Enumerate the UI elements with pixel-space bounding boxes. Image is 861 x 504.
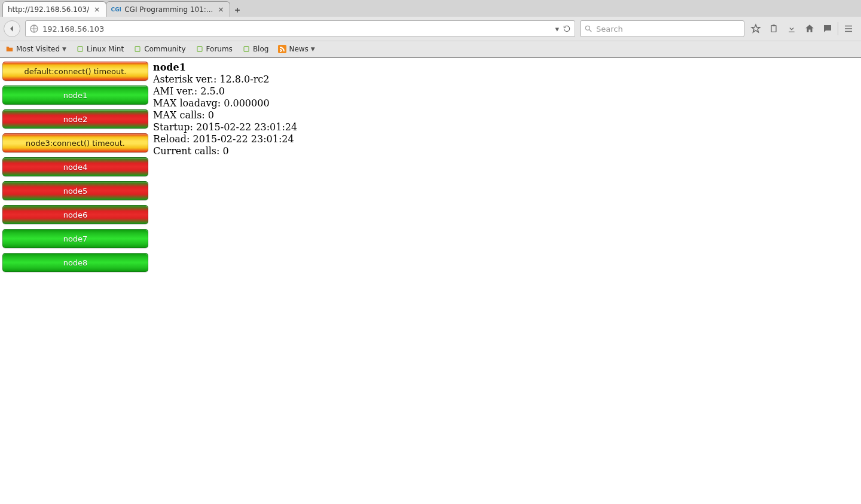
tab-strip: http://192.168.56.103/ × CGI CGI Program… bbox=[0, 0, 861, 17]
toolbar-divider bbox=[838, 22, 838, 35]
navigation-bar: 192.168.56.103 ▾ Search bbox=[0, 17, 861, 41]
url-right-icons: ▾ bbox=[555, 25, 571, 33]
svg-rect-7 bbox=[197, 47, 202, 52]
bookmark-news[interactable]: News ▼ bbox=[276, 44, 316, 54]
svg-rect-4 bbox=[773, 25, 775, 26]
back-button[interactable] bbox=[4, 20, 20, 37]
chat-button[interactable] bbox=[819, 20, 836, 37]
close-icon[interactable]: × bbox=[216, 5, 225, 14]
bookmark-label: Blog bbox=[253, 45, 269, 53]
node-label: node5 bbox=[63, 187, 88, 196]
info-asterisk: Asterisk ver.: 12.8.0-rc2 bbox=[153, 74, 297, 85]
node-label: node3:connect() timeout. bbox=[26, 139, 125, 148]
page-icon bbox=[76, 45, 84, 53]
rss-icon bbox=[278, 45, 286, 53]
node-button-node6[interactable]: node6 bbox=[2, 205, 148, 224]
node-button-node2[interactable]: node2 bbox=[2, 109, 148, 129]
node-button-node3[interactable]: node3:connect() timeout. bbox=[2, 133, 148, 152]
url-text: 192.168.56.103 bbox=[42, 25, 551, 33]
svg-rect-8 bbox=[244, 47, 249, 52]
folder-icon bbox=[5, 45, 14, 53]
favicon-icon: CGI bbox=[111, 5, 121, 14]
tab-label: http://192.168.56.103/ bbox=[8, 5, 89, 14]
new-tab-button[interactable]: ＋ bbox=[230, 4, 244, 17]
close-icon[interactable]: × bbox=[93, 5, 101, 14]
bookmark-star-button[interactable] bbox=[747, 20, 765, 37]
tab-label: CGI Programming 101:... bbox=[124, 5, 213, 14]
info-maxcalls: MAX calls: 0 bbox=[153, 109, 297, 121]
bookmark-label: Community bbox=[144, 45, 185, 53]
arrow-left-icon bbox=[8, 25, 16, 33]
bookmark-forums[interactable]: Forums bbox=[194, 44, 234, 54]
info-reload: Reload: 2015-02-22 23:01:24 bbox=[153, 133, 297, 145]
toolbar-icons bbox=[747, 20, 857, 37]
node-button-node1[interactable]: node1 bbox=[2, 85, 148, 105]
tab-1[interactable]: CGI CGI Programming 101:... × bbox=[106, 1, 230, 17]
bookmark-linux-mint[interactable]: Linux Mint bbox=[74, 44, 126, 54]
node-label: node1 bbox=[63, 91, 88, 100]
svg-point-1 bbox=[585, 26, 590, 30]
node-label: default:connect() timeout. bbox=[24, 67, 126, 76]
page-content: default:connect() timeout. node1 node2 n… bbox=[0, 58, 861, 504]
node-list: default:connect() timeout. node1 node2 n… bbox=[0, 58, 151, 504]
globe-icon bbox=[29, 24, 39, 33]
node-button-node8[interactable]: node8 bbox=[2, 253, 148, 272]
page-icon bbox=[196, 45, 204, 53]
bookmark-label: Linux Mint bbox=[87, 45, 124, 53]
bookmark-label: Forums bbox=[206, 45, 233, 53]
home-button[interactable] bbox=[801, 20, 819, 37]
info-ami: AMI ver.: 2.5.0 bbox=[153, 85, 297, 97]
reload-icon[interactable] bbox=[563, 25, 571, 33]
bookmark-label: News bbox=[289, 45, 308, 53]
node-button-node7[interactable]: node7 bbox=[2, 229, 148, 248]
info-loadavg: MAX loadavg: 0.000000 bbox=[153, 97, 297, 109]
node-label: node6 bbox=[63, 210, 88, 219]
bookmark-bar: Most Visited ▼ Linux Mint Community Foru… bbox=[0, 41, 861, 57]
chevron-down-icon: ▼ bbox=[62, 46, 66, 52]
node-button-node5[interactable]: node5 bbox=[2, 181, 148, 200]
clipboard-button[interactable] bbox=[765, 20, 783, 37]
bookmark-most-visited[interactable]: Most Visited ▼ bbox=[4, 44, 68, 54]
url-bar[interactable]: 192.168.56.103 ▾ bbox=[25, 20, 575, 37]
bookmark-blog[interactable]: Blog bbox=[240, 44, 271, 54]
node-button-node4[interactable]: node4 bbox=[2, 157, 148, 176]
browser-chrome: http://192.168.56.103/ × CGI CGI Program… bbox=[0, 0, 861, 58]
dropdown-icon[interactable]: ▾ bbox=[555, 25, 559, 33]
search-box[interactable]: Search bbox=[580, 20, 744, 37]
node-label: node4 bbox=[63, 163, 88, 172]
svg-rect-6 bbox=[135, 47, 140, 52]
svg-rect-3 bbox=[771, 26, 776, 32]
search-icon bbox=[584, 25, 593, 33]
tab-0[interactable]: http://192.168.56.103/ × bbox=[2, 1, 106, 17]
svg-line-2 bbox=[590, 30, 592, 32]
node-label: node7 bbox=[63, 234, 88, 243]
info-startup: Startup: 2015-02-22 23:01:24 bbox=[153, 121, 297, 133]
page-icon bbox=[242, 45, 251, 53]
info-title: node1 bbox=[153, 62, 297, 74]
downloads-button[interactable] bbox=[783, 20, 801, 37]
node-label: node8 bbox=[63, 258, 88, 267]
bookmark-label: Most Visited bbox=[16, 45, 60, 53]
chevron-down-icon: ▼ bbox=[311, 46, 315, 52]
node-button-default[interactable]: default:connect() timeout. bbox=[2, 62, 148, 81]
node-label: node2 bbox=[63, 115, 88, 124]
info-pane: node1 Asterisk ver.: 12.8.0-rc2 AMI ver.… bbox=[151, 58, 300, 504]
bookmark-community[interactable]: Community bbox=[132, 44, 187, 54]
svg-rect-5 bbox=[78, 47, 83, 52]
page-icon bbox=[133, 45, 142, 53]
search-placeholder: Search bbox=[596, 25, 623, 33]
info-current: Current calls: 0 bbox=[153, 145, 297, 157]
menu-button[interactable] bbox=[839, 20, 857, 37]
